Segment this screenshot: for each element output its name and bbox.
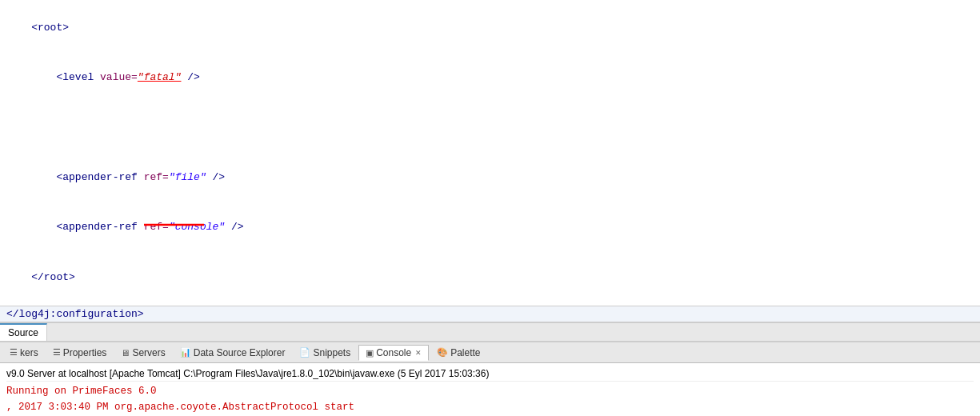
bottom-tabs-bar: ☰ kers ☰ Properties 🖥 Servers 📊 Data Sou… xyxy=(0,342,980,363)
source-tab[interactable]: Source xyxy=(0,323,47,341)
tab-palette[interactable]: 🎨 Palette xyxy=(430,346,486,360)
console-icon: ▣ xyxy=(366,348,374,358)
tab-snippets-label: Snippets xyxy=(313,347,350,358)
red-annotation-underline xyxy=(144,220,208,230)
tab-console[interactable]: ▣ Console ✕ xyxy=(358,345,429,361)
palette-icon: 🎨 xyxy=(437,347,448,358)
tab-servers[interactable]: 🖥 Servers xyxy=(114,346,171,360)
properties-icon: ☰ xyxy=(53,347,61,358)
tab-properties-label: Properties xyxy=(63,347,107,358)
console-line-1: Running on PrimeFaces 6.0 xyxy=(6,384,974,399)
xml-line-appender-file: <appender-ref ref="file" /> xyxy=(6,153,974,202)
xml-line-root-open: <root> xyxy=(6,3,974,53)
console-close-icon[interactable]: ✕ xyxy=(415,349,422,357)
console-line-2: , 2017 3:03:40 PM org.apache.coyote.Abst… xyxy=(6,400,974,415)
servers-icon: 🖥 xyxy=(121,348,130,358)
closing-config-line: </log4j:configuration> xyxy=(0,306,980,322)
tab-console-label: Console xyxy=(376,347,411,358)
tab-markers-label: kers xyxy=(20,347,38,358)
source-tab-label: Source xyxy=(8,327,38,338)
console-header: v9.0 Server at localhost [Apache Tomcat]… xyxy=(6,366,974,382)
xml-line-level: <level value="fatal" /> xyxy=(6,53,974,153)
console-area: v9.0 Server at localhost [Apache Tomcat]… xyxy=(0,363,980,416)
xml-editor: <root> <level value="fatal" /> <appender… xyxy=(0,0,980,306)
datasource-icon: 📊 xyxy=(180,347,191,358)
tab-properties[interactable]: ☰ Properties xyxy=(46,346,114,360)
snippets-icon: 📄 xyxy=(299,347,310,358)
tab-servers-label: Servers xyxy=(132,347,165,358)
tab-palette-label: Palette xyxy=(450,347,480,358)
tab-snippets[interactable]: 📄 Snippets xyxy=(293,346,357,360)
tab-datasource[interactable]: 📊 Data Source Explorer xyxy=(174,346,292,360)
markers-icon: ☰ xyxy=(10,347,18,358)
tab-markers[interactable]: ☰ kers xyxy=(3,346,45,360)
tab-datasource-label: Data Source Explorer xyxy=(194,347,286,358)
source-tab-bar: Source xyxy=(0,322,980,342)
console-header-text: v9.0 Server at localhost [Apache Tomcat]… xyxy=(6,368,489,379)
xml-line-root-close: </root> xyxy=(6,253,974,302)
bottom-panel: ☰ kers ☰ Properties 🖥 Servers 📊 Data Sou… xyxy=(0,342,980,416)
